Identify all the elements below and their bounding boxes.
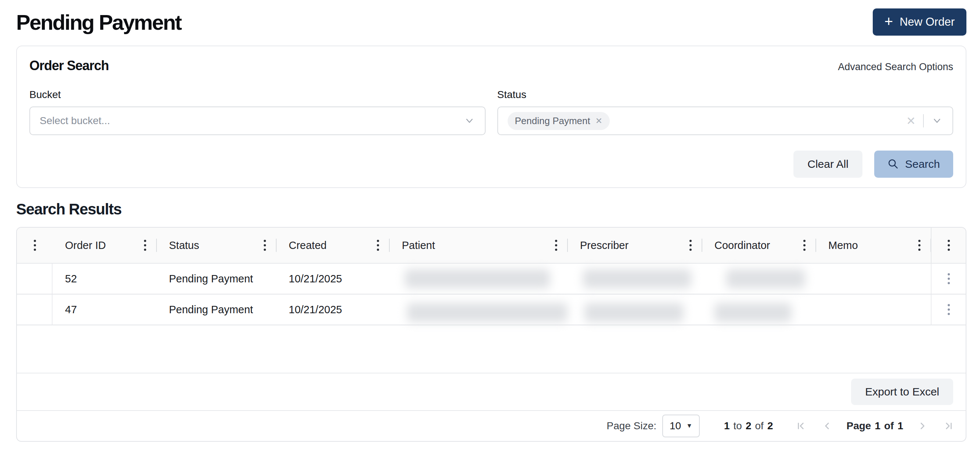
new-order-button[interactable]: + New Order <box>873 8 966 36</box>
memo-cell <box>816 294 931 325</box>
patient-cell <box>389 294 568 325</box>
column-header-actions <box>931 228 966 263</box>
column-label: Coordinator <box>714 240 770 251</box>
row-actions-cell <box>931 264 966 294</box>
row-menu-icon[interactable] <box>945 302 952 317</box>
chevron-down-icon <box>931 115 943 127</box>
column-label: Created <box>289 240 326 251</box>
new-order-label: New Order <box>900 16 955 29</box>
bucket-placeholder: Select bucket... <box>40 115 110 127</box>
export-to-excel-button[interactable]: Export to Excel <box>851 379 953 405</box>
column-header-coordinator: Coordinator <box>702 228 816 263</box>
range-of-word: of <box>755 420 764 432</box>
redacted-prescriber <box>583 269 691 288</box>
memo-cell <box>816 264 931 294</box>
column-menu-icon[interactable] <box>32 238 38 253</box>
column-menu-icon[interactable] <box>687 238 694 253</box>
caret-down-icon: ▼ <box>686 422 692 430</box>
status-field: Status Pending Payment ✕ ✕ <box>497 89 953 135</box>
page-title: Pending Payment <box>16 10 181 35</box>
export-band: Export to Excel <box>17 373 966 410</box>
redacted-coordinator <box>726 269 805 288</box>
range-to: 2 <box>746 420 751 432</box>
pagination-bar: Page Size: 10 ▼ 1 to 2 of 2 <box>17 410 966 441</box>
column-menu-icon[interactable] <box>916 238 923 253</box>
search-card-actions: Clear All Search <box>29 151 953 178</box>
page-size-value: 10 <box>670 420 681 432</box>
row-drag-cell <box>17 264 52 294</box>
order-id-cell: 52 <box>52 264 156 294</box>
previous-page-icon[interactable] <box>821 420 833 432</box>
status-multiselect[interactable]: Pending Payment ✕ ✕ <box>497 106 953 135</box>
column-menu-icon[interactable] <box>142 238 148 253</box>
patient-cell <box>389 264 568 294</box>
search-icon <box>888 158 899 170</box>
page-summary: Page 1 of 1 <box>846 420 903 432</box>
page-of-word: of <box>884 420 894 432</box>
redacted-prescriber <box>584 303 684 322</box>
table-header-row: Order ID Status Created Patient Prescrib… <box>17 228 966 264</box>
order-id-cell: 47 <box>52 294 156 325</box>
page-size-label: Page Size: <box>607 420 656 432</box>
first-page-icon[interactable] <box>795 420 807 432</box>
redacted-patient <box>405 269 550 288</box>
prescriber-cell <box>568 294 702 325</box>
bucket-select[interactable]: Select bucket... <box>29 106 485 135</box>
search-fields: Bucket Select bucket... Status Pending P… <box>29 89 953 135</box>
page-size-select[interactable]: 10 ▼ <box>662 415 700 437</box>
page-word: Page <box>846 420 871 432</box>
status-label: Status <box>497 89 953 101</box>
column-menu-icon[interactable] <box>553 238 559 253</box>
status-cell: Pending Payment <box>156 264 276 294</box>
column-header-memo: Memo <box>816 228 931 263</box>
column-label: Order ID <box>65 240 106 251</box>
chevron-down-icon <box>463 115 475 127</box>
coordinator-cell <box>702 294 816 325</box>
last-page-icon[interactable] <box>943 420 955 432</box>
order-search-card: Order Search Advanced Search Options Buc… <box>16 46 966 188</box>
next-page-icon[interactable] <box>916 420 928 432</box>
prescriber-cell <box>568 264 702 294</box>
column-menu-icon[interactable] <box>945 238 952 253</box>
status-chip: Pending Payment ✕ <box>508 112 610 130</box>
row-actions-cell <box>931 294 966 325</box>
column-menu-icon[interactable] <box>375 238 381 253</box>
status-chip-label: Pending Payment <box>515 115 590 127</box>
page-total: 1 <box>897 420 903 432</box>
status-cell: Pending Payment <box>156 294 276 325</box>
column-menu-icon[interactable] <box>261 238 268 253</box>
column-label: Status <box>169 240 199 251</box>
range-to-word: to <box>733 420 742 432</box>
top-bar: Pending Payment + New Order <box>16 5 966 40</box>
coordinator-cell <box>702 264 816 294</box>
range-total: 2 <box>767 420 773 432</box>
range-from: 1 <box>724 420 730 432</box>
bucket-label: Bucket <box>29 89 485 101</box>
row-menu-icon[interactable] <box>945 271 952 286</box>
results-table: Order ID Status Created Patient Prescrib… <box>16 227 966 442</box>
created-cell: 10/21/2025 <box>276 264 389 294</box>
column-header-status: Status <box>156 228 276 263</box>
order-search-card-header: Order Search Advanced Search Options <box>29 58 953 73</box>
column-header-drag <box>17 228 52 263</box>
table-empty-space <box>17 326 966 373</box>
column-menu-icon[interactable] <box>801 238 808 253</box>
search-button-label: Search <box>905 158 940 170</box>
select-icon-divider <box>923 114 924 127</box>
table-row[interactable]: 52 Pending Payment 10/21/2025 <box>17 264 966 294</box>
clear-select-icon[interactable]: ✕ <box>906 115 916 127</box>
table-row[interactable]: 47 Pending Payment 10/21/2025 <box>17 294 966 326</box>
column-label: Patient <box>402 240 435 251</box>
column-label: Memo <box>828 240 858 251</box>
created-cell: 10/21/2025 <box>276 294 389 325</box>
pending-payment-page: Pending Payment + New Order Order Search… <box>0 0 980 459</box>
column-header-patient: Patient <box>389 228 568 263</box>
advanced-search-options-link[interactable]: Advanced Search Options <box>838 61 953 73</box>
search-results-title: Search Results <box>16 200 966 218</box>
search-button[interactable]: Search <box>874 151 953 178</box>
column-header-prescriber: Prescriber <box>568 228 702 263</box>
bucket-field: Bucket Select bucket... <box>29 89 485 135</box>
column-header-order-id: Order ID <box>52 228 156 263</box>
chip-remove-icon[interactable]: ✕ <box>595 117 602 125</box>
clear-all-button[interactable]: Clear All <box>794 151 862 178</box>
